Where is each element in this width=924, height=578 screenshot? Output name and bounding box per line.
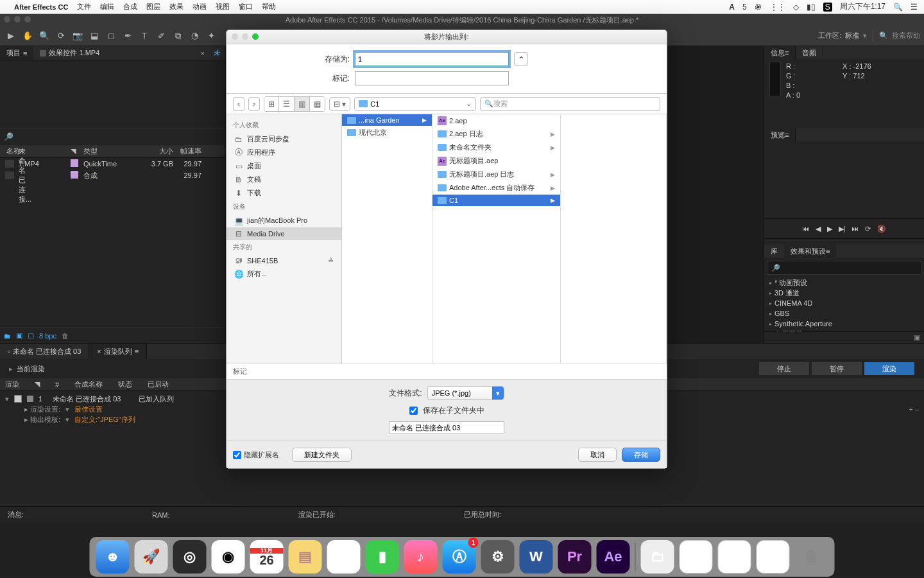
search-help[interactable]: 搜索帮助 [892, 31, 920, 40]
interpret-icon[interactable]: 🖿 [4, 332, 11, 340]
clock[interactable]: 周六下午1:17 [840, 1, 886, 12]
stop-button[interactable]: 停止 [758, 362, 810, 376]
cc-status-icon[interactable]: A [729, 3, 735, 12]
word-icon[interactable]: W [520, 540, 553, 574]
render-settings-link[interactable]: 最佳设置 [74, 405, 103, 414]
col-comp-name[interactable]: 合成名称 [74, 380, 103, 389]
format-select[interactable]: JPEG (*.jpg) [427, 386, 504, 400]
pen-tool-icon[interactable]: ✒ [121, 29, 135, 43]
last-frame-icon[interactable]: ⏭ [851, 225, 859, 232]
bpc[interactable]: 8 bpc [39, 332, 56, 340]
project-search-input[interactable] [16, 133, 221, 141]
folder-item[interactable]: Adobe After...ects 自动保存▶ [432, 181, 560, 195]
menu-composition[interactable]: 合成 [123, 2, 137, 12]
finder-search[interactable]: 🔍 搜索 [480, 97, 660, 111]
brush-tool-icon[interactable]: ✐ [154, 29, 168, 43]
trash-icon[interactable]: 🗑 [62, 332, 69, 340]
finder-icon[interactable]: ☻ [96, 540, 130, 574]
dock-window-icon[interactable]: ▭ [718, 540, 751, 574]
aftereffects-icon[interactable]: Ae [597, 540, 630, 574]
prev-frame-icon[interactable]: ◀ [816, 225, 821, 233]
tab-effect-controls[interactable]: 效果控件 1.MP4 [33, 46, 106, 60]
dialog-window-controls[interactable] [232, 33, 259, 40]
sidebar-item[interactable]: Ⓐ应用程序 [227, 146, 341, 159]
notifications-icon[interactable]: ☰ [911, 3, 918, 12]
tab-info[interactable]: 信息 ≡ [764, 46, 796, 59]
sync-icon[interactable]: ֍ [755, 3, 762, 12]
next-frame-icon[interactable]: ▶| [839, 225, 846, 233]
col-label2[interactable]: ◥ [35, 380, 40, 389]
menu-view[interactable]: 视图 [216, 2, 230, 12]
project-row[interactable]: 未命名 已连接... 合成 29.97 [0, 170, 225, 181]
subfolder-checkbox[interactable] [409, 407, 418, 415]
sidebar-item[interactable]: 🗀百度云同步盘 [227, 132, 341, 146]
tab-audio[interactable]: 音频 [796, 46, 823, 59]
hide-ext-checkbox[interactable] [233, 451, 241, 459]
photos-icon[interactable]: ❀ [327, 540, 361, 574]
window-controls[interactable] [4, 16, 31, 22]
new-folder-button[interactable]: 新建文件夹 [292, 448, 352, 462]
new-comp-icon[interactable]: ▢ [28, 331, 34, 340]
menu-file[interactable]: 文件 [77, 2, 91, 12]
sidebar-item[interactable]: 🌐所有... [227, 267, 341, 281]
dock-folder-icon[interactable]: 🗀 [641, 540, 674, 574]
menu-effect[interactable]: 效果 [169, 2, 184, 12]
col-size[interactable]: 大小 [135, 146, 173, 156]
mute-icon[interactable]: 🔇 [877, 225, 886, 233]
save-button[interactable]: 存储 [622, 448, 660, 462]
expand-toggle[interactable]: ⌃ [514, 52, 528, 66]
trash-icon[interactable]: 🗑 [795, 540, 828, 574]
render-button[interactable]: 渲染 [864, 362, 915, 376]
project-search[interactable]: 🔎 [0, 128, 225, 145]
subfolder-name-input[interactable] [389, 421, 504, 434]
wifi-icon[interactable]: ◇ [793, 3, 799, 12]
launchpad-icon[interactable]: 🚀 [135, 540, 168, 574]
tab-extra[interactable]: 未 [210, 48, 225, 58]
hand-tool-icon[interactable]: ✋ [21, 29, 35, 43]
sidebar-item[interactable]: 🖳SHE415B≜ [227, 254, 341, 267]
col-type[interactable]: 类型 [83, 146, 135, 156]
new-folder-icon[interactable]: ▣ [16, 331, 22, 340]
play-icon[interactable]: ▶ [827, 225, 832, 233]
tab-effects-presets[interactable]: 效果和预设 ≡ [784, 244, 836, 258]
forward-button[interactable]: › [248, 97, 260, 111]
new-bin-icon[interactable]: ▣ [914, 333, 920, 342]
zoom-tool-icon[interactable]: 🔍 [37, 29, 51, 43]
selection-tool-icon[interactable]: ▶ [4, 29, 18, 43]
dock-window-icon[interactable]: ▭ [757, 540, 790, 574]
tab-project[interactable]: 项目 ≡ [0, 46, 33, 60]
calendar-icon[interactable]: 11月26 [250, 540, 284, 574]
itunes-icon[interactable]: ♪ [404, 540, 438, 574]
view-list-icon[interactable]: ☰ [279, 97, 295, 111]
back-button[interactable]: ‹ [233, 97, 244, 111]
effect-category[interactable]: * 动画预设 [764, 277, 924, 288]
tab-library[interactable]: 库 [764, 244, 784, 258]
workspace-value[interactable]: 标准 [845, 31, 859, 40]
effect-category[interactable]: 3D 通道 [764, 288, 924, 298]
sidebar-item-selected[interactable]: ⊟Media Drive [227, 227, 341, 240]
pan-behind-tool-icon[interactable]: ⬓ [87, 29, 101, 43]
tab-comp[interactable]: ▫ 未命名 已连接合成 03 [0, 344, 89, 359]
col-started[interactable]: 已启动 [148, 380, 169, 389]
col-label[interactable]: ◥ [71, 147, 83, 155]
effects-search[interactable]: 🔎 [767, 261, 921, 275]
sidebar-item[interactable]: 🗎文稿 [227, 173, 341, 186]
folder-item-selected[interactable]: C1▶ [432, 195, 560, 206]
folder-item[interactable]: 未命名文件夹▶ [432, 141, 560, 154]
facetime-icon[interactable]: ▮ [366, 540, 399, 574]
folder-item[interactable]: 现代北京 [342, 126, 432, 139]
menu-help[interactable]: 帮助 [262, 2, 276, 12]
view-columns-icon[interactable]: ▥ [295, 97, 310, 111]
folder-item[interactable]: 2.aep 日志▶ [432, 127, 560, 141]
effect-category[interactable]: Synthetic Aperture [764, 319, 924, 329]
type-tool-icon[interactable]: T [137, 29, 151, 43]
group-button[interactable]: ⊟ ▾ [329, 97, 350, 111]
tab-render-queue[interactable]: × 渲染队列 ≡ [89, 344, 147, 359]
save-as-input[interactable] [355, 52, 509, 66]
clone-tool-icon[interactable]: ⧉ [171, 29, 185, 43]
col-render[interactable]: 渲染 [5, 380, 19, 389]
col-fps[interactable]: 帧速率 [173, 146, 205, 156]
loop-icon[interactable]: ⟳ [865, 225, 871, 233]
eraser-tool-icon[interactable]: ◔ [187, 29, 201, 43]
roto-tool-icon[interactable]: ✦ [204, 29, 218, 43]
